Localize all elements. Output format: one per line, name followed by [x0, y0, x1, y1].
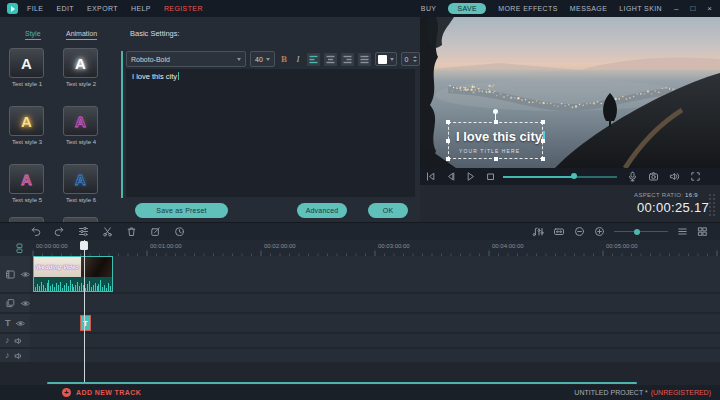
- clip-thumbnail: Wedding Video: [34, 257, 112, 277]
- edit-clip-button[interactable]: [150, 226, 161, 237]
- minimize-button[interactable]: –: [674, 5, 678, 13]
- tab-animation[interactable]: Animation: [66, 30, 97, 40]
- zoom-slider-knob[interactable]: [634, 229, 640, 235]
- font-size-select[interactable]: 40: [250, 51, 275, 67]
- eye-visibility-toggle[interactable]: [20, 298, 31, 309]
- style-label-1: Text style 1: [5, 81, 49, 87]
- overlay-track-row[interactable]: [0, 294, 720, 312]
- ok-button[interactable]: OK: [368, 203, 408, 218]
- resize-handle[interactable]: [494, 157, 498, 161]
- text-style-panel: Style Animation A A Text style 1 Text st…: [0, 17, 118, 222]
- text-style-card-5[interactable]: A: [9, 164, 44, 194]
- track-mute-toggle[interactable]: [14, 336, 24, 346]
- title-text-input[interactable]: I love this city: [126, 69, 415, 197]
- text-color-picker[interactable]: [375, 52, 397, 66]
- stop-button[interactable]: [480, 168, 500, 185]
- font-family-select[interactable]: Roboto-Bold: [126, 51, 246, 67]
- play-button[interactable]: [460, 168, 480, 185]
- basic-settings-panel: Basic Settings: Roboto-Bold 40 B I: [118, 17, 420, 222]
- overlay-title-text[interactable]: I love this city: [456, 129, 545, 144]
- maximize-button[interactable]: □: [690, 5, 695, 13]
- split-scissors-button[interactable]: [102, 226, 113, 237]
- text-style-card-1[interactable]: A: [9, 48, 44, 78]
- rotation-handle[interactable]: [493, 109, 498, 114]
- tab-style[interactable]: Style: [25, 30, 41, 40]
- redo-button[interactable]: [54, 226, 65, 237]
- menu-register[interactable]: REGISTER: [164, 5, 203, 12]
- text-format-toolbar: Roboto-Bold 40 B I: [126, 51, 443, 67]
- close-button[interactable]: ×: [707, 5, 712, 13]
- video-preview[interactable]: I love this city YOUR TITLE HERE: [420, 17, 720, 168]
- panel-resize-grip[interactable]: [708, 193, 717, 217]
- advanced-button[interactable]: Advanced: [297, 203, 347, 218]
- text-track-row[interactable]: T: [0, 314, 720, 332]
- align-justify-button[interactable]: [358, 53, 371, 66]
- text-clip[interactable]: T: [80, 315, 91, 331]
- resize-handle[interactable]: [494, 120, 498, 124]
- resize-handle[interactable]: [446, 157, 450, 161]
- aspect-ratio-label: ASPECT RATIO: 16:9: [634, 192, 698, 198]
- text-style-card-2[interactable]: A: [63, 48, 98, 78]
- resize-handle[interactable]: [541, 139, 545, 143]
- eye-visibility-toggle[interactable]: [15, 318, 26, 329]
- eye-visibility-toggle[interactable]: [20, 269, 31, 280]
- align-left-button[interactable]: [307, 53, 320, 66]
- align-center-button[interactable]: [324, 53, 337, 66]
- buy-button[interactable]: BUY: [421, 5, 437, 12]
- resize-handle[interactable]: [446, 120, 450, 124]
- video-track-row[interactable]: Wedding Video: [0, 256, 720, 292]
- save-button[interactable]: SAVE: [448, 3, 486, 14]
- zoom-out-button[interactable]: [574, 226, 585, 237]
- snapshot-button[interactable]: [648, 171, 659, 182]
- text-style-card-6[interactable]: A: [63, 164, 98, 194]
- delete-trash-button[interactable]: [126, 226, 137, 237]
- jump-to-start-button[interactable]: [420, 168, 440, 185]
- zoom-in-button[interactable]: [594, 226, 605, 237]
- timeline-ruler[interactable]: 00:00:00:00 00:01:00:00 00:02:00:00 00:0…: [0, 240, 720, 256]
- more-effects-button[interactable]: MORE EFFECTS: [498, 5, 558, 12]
- undo-button[interactable]: [30, 226, 41, 237]
- track-list-button[interactable]: [677, 226, 688, 237]
- progress-knob[interactable]: [571, 173, 577, 179]
- style-label-6: Text style 6: [59, 197, 103, 203]
- menu-help[interactable]: HELP: [131, 5, 151, 12]
- overlay-subtitle-text[interactable]: YOUR TITLE HERE: [459, 148, 520, 154]
- playhead-handle[interactable]: [80, 241, 88, 250]
- music-track-row-2[interactable]: ♪: [0, 349, 720, 362]
- adjust-settings-button[interactable]: [78, 226, 89, 237]
- timeline-scrollbar[interactable]: [47, 382, 637, 384]
- volume-button[interactable]: [669, 171, 680, 182]
- duration-clock-button[interactable]: [174, 226, 185, 237]
- add-new-track-button[interactable]: + ADD NEW TRACK: [62, 388, 141, 397]
- message-button[interactable]: MESSAGE: [570, 5, 607, 12]
- grid-view-button[interactable]: [697, 226, 708, 237]
- offset-x-stepper[interactable]: 0: [401, 52, 420, 66]
- align-right-button[interactable]: [341, 53, 354, 66]
- timeline-zoom-slider[interactable]: [614, 226, 668, 237]
- music-track-row-1[interactable]: ♪: [0, 334, 720, 347]
- text-track-header: T: [0, 314, 30, 332]
- wedding-video-clip[interactable]: Wedding Video: [33, 256, 113, 292]
- light-skin-button[interactable]: LIGHT SKIN: [619, 5, 662, 12]
- zoom-to-fit-button[interactable]: [553, 226, 565, 237]
- italic-button[interactable]: I: [293, 54, 303, 64]
- fullscreen-button[interactable]: [690, 171, 701, 182]
- resize-handle[interactable]: [446, 139, 450, 143]
- save-as-preset-button[interactable]: Save as Preset: [135, 203, 228, 218]
- style-glyph: A: [75, 172, 86, 187]
- previous-frame-button[interactable]: [440, 168, 460, 185]
- track-mute-toggle[interactable]: [14, 351, 24, 361]
- playhead-line[interactable]: [84, 240, 85, 383]
- stepper-arrows[interactable]: [413, 56, 417, 63]
- text-style-card-3[interactable]: A: [9, 106, 44, 136]
- menu-export[interactable]: EXPORT: [87, 5, 118, 12]
- resize-handle[interactable]: [541, 157, 545, 161]
- menu-file[interactable]: FILE: [27, 5, 43, 12]
- audio-mixer-button[interactable]: [532, 226, 544, 237]
- playback-progress-slider[interactable]: [503, 168, 617, 185]
- bold-button[interactable]: B: [279, 54, 289, 64]
- record-voiceover-button[interactable]: [627, 171, 638, 182]
- text-style-card-4[interactable]: A: [63, 106, 98, 136]
- menu-edit[interactable]: EDIT: [56, 5, 74, 12]
- resize-handle[interactable]: [541, 120, 545, 124]
